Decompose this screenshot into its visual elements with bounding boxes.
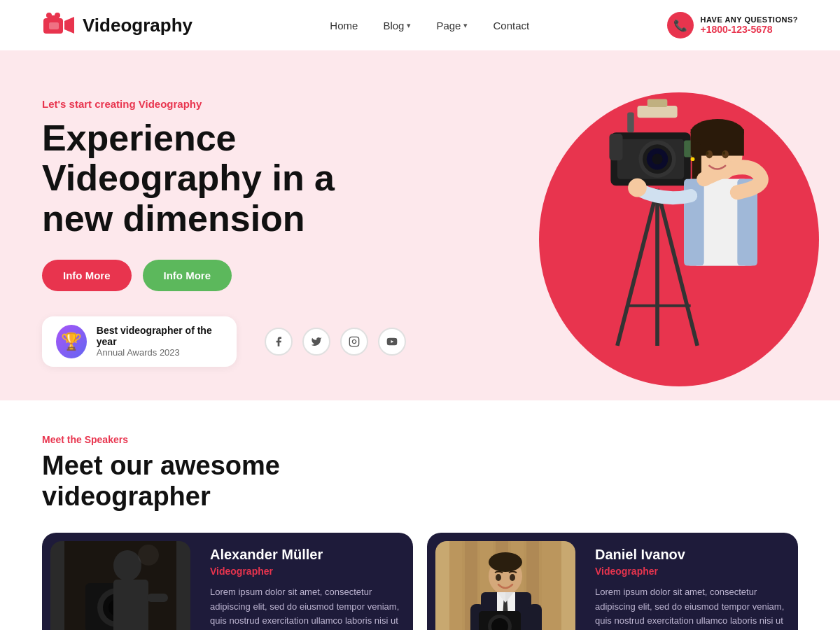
hero-right (462, 92, 798, 372)
speaker-image-2 (435, 541, 575, 630)
svg-line-19 (617, 189, 657, 346)
speaker-name-1: Alexander Müller (210, 547, 402, 563)
svg-rect-5 (49, 22, 59, 29)
info-more-red-button[interactable]: Info More (42, 260, 132, 291)
award-icon: 🏆 (56, 325, 87, 358)
svg-point-34 (706, 151, 709, 155)
svg-point-33 (722, 150, 729, 158)
speaker-image-1 (50, 541, 190, 630)
speakers-grid: Alexander Müller Videographer Lorem ipsu… (42, 533, 798, 630)
svg-rect-71 (528, 604, 542, 630)
contact-phone: +1800-123-5678 (701, 24, 798, 35)
nav-page[interactable]: Page ▾ (436, 20, 468, 31)
svg-point-75 (496, 574, 501, 581)
speaker-name-2: Daniel Ivanov (595, 547, 787, 563)
main-nav: Home Blog ▾ Page ▾ Contact (330, 20, 529, 31)
svg-point-17 (652, 154, 662, 164)
hero-tag: Let's start creating Videography (42, 98, 406, 110)
svg-rect-45 (147, 594, 168, 602)
speaker-desc-2: Lorem ipsum dolor sit amet, consectetur … (595, 585, 787, 630)
svg-point-35 (722, 151, 725, 155)
nav-contact[interactable]: Contact (493, 20, 529, 31)
svg-point-49 (138, 545, 159, 566)
hero-left: Let's start creating Videography Experie… (42, 98, 406, 367)
svg-rect-37 (609, 134, 622, 160)
speaker-desc-1: Lorem ipsum dolor sit amet, consectetur … (210, 585, 402, 630)
award-text: Best videographer of the year Annual Awa… (97, 325, 223, 358)
speakers-section: Meet the Speakers Meet our awesome video… (0, 400, 840, 630)
speaker-image-box-2 (435, 541, 575, 630)
speakers-tag: Meet the Speakers (42, 434, 798, 445)
svg-point-43 (113, 550, 141, 581)
award-title: Best videographer of the year (97, 325, 223, 347)
svg-point-31 (628, 178, 647, 197)
blog-chevron-icon: ▾ (407, 21, 411, 30)
speaker-content-1: Alexander Müller Videographer Lorem ipsu… (199, 533, 413, 630)
hero-bottom-row: 🏆 Best videographer of the year Annual A… (42, 316, 406, 367)
phone-icon: 📞 (667, 12, 694, 38)
svg-rect-11 (627, 113, 634, 133)
hero-buttons: Info More Info More (42, 260, 406, 291)
svg-point-76 (510, 574, 515, 581)
logo-text: Videography (83, 15, 192, 36)
svg-rect-9 (637, 106, 677, 118)
speaker-role-2: Videographer (595, 566, 787, 577)
contact-text-block: HAVE ANY QUESTIONS? +1800-123-5678 (701, 15, 798, 35)
speaker-image-box (50, 541, 190, 630)
speaker-role-1: Videographer (210, 566, 402, 577)
logo[interactable]: Videography (42, 11, 192, 39)
hero-instagram-button[interactable] (340, 328, 368, 356)
svg-rect-10 (648, 99, 668, 107)
speaker-card: Alexander Müller Videographer Lorem ipsu… (42, 533, 413, 630)
svg-marker-1 (64, 17, 74, 34)
svg-rect-44 (113, 580, 148, 630)
award-subtitle: Annual Awards 2023 (97, 347, 223, 358)
svg-rect-56 (449, 541, 462, 630)
header: Videography Home Blog ▾ Page ▾ Contact 📞… (0, 0, 840, 50)
svg-point-36 (691, 157, 695, 161)
hero-socials (265, 328, 406, 356)
page-chevron-icon: ▾ (463, 21, 468, 30)
contact-info: 📞 HAVE ANY QUESTIONS? +1800-123-5678 (667, 12, 798, 38)
hero-title: Experience Videography in a new dimensio… (42, 118, 406, 239)
svg-point-64 (489, 552, 522, 572)
nav-home[interactable]: Home (330, 20, 358, 31)
hero-youtube-button[interactable] (378, 328, 406, 356)
hero-twitter-button[interactable] (302, 328, 330, 356)
speaker-content-2: Daniel Ivanov Videographer Lorem ipsum d… (584, 533, 798, 630)
award-box: 🏆 Best videographer of the year Annual A… (42, 316, 237, 367)
nav-blog[interactable]: Blog ▾ (383, 20, 411, 31)
svg-rect-4 (48, 15, 59, 19)
info-more-green-button[interactable]: Info More (143, 260, 232, 291)
hero-facebook-button[interactable] (265, 328, 293, 356)
hero-section: Let's start creating Videography Experie… (0, 50, 840, 400)
speaker-card-2: Daniel Ivanov Videographer Lorem ipsum d… (427, 533, 798, 630)
hero-image (490, 78, 798, 372)
svg-rect-6 (349, 337, 358, 346)
svg-rect-62 (542, 541, 561, 630)
contact-label: HAVE ANY QUESTIONS? (701, 15, 798, 24)
speakers-title: Meet our awesome videographer (42, 451, 798, 512)
